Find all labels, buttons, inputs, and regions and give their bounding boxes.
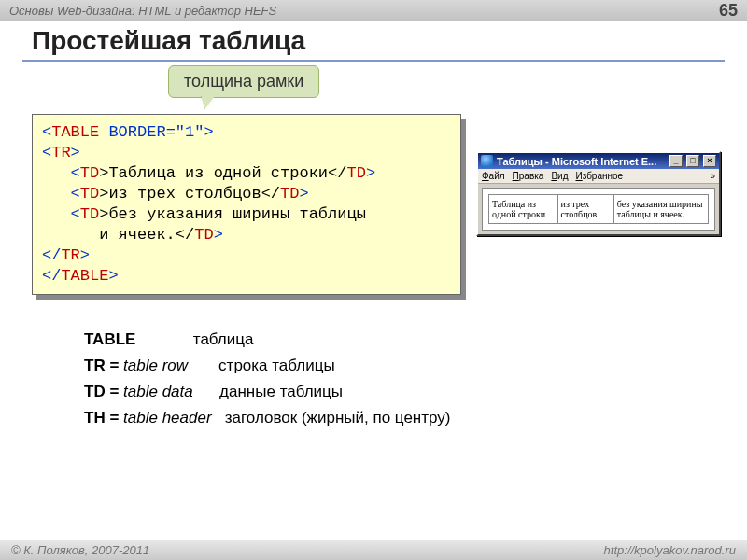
close-button[interactable]: × (703, 155, 716, 167)
menu-edit[interactable]: Правка (513, 171, 544, 181)
page-title: Простейшая таблица (0, 21, 747, 58)
code-sample: <TABLE BORDER="1"> <TR> <TD>Таблица из о… (32, 114, 461, 295)
table-cell: без указания ширины таблицы и ячеек. (613, 195, 708, 224)
definitions-list: TABLE таблица TR = table row строка табл… (84, 327, 450, 431)
maximize-button[interactable]: □ (686, 155, 699, 167)
menu-favorites[interactable]: Избранное (575, 171, 623, 181)
browser-preview: Таблицы - Microsoft Internet E... _ □ × … (476, 151, 721, 236)
header-band: Основы Web-дизайна: HTML и редактор HEFS… (0, 0, 747, 21)
browser-titlebar: Таблицы - Microsoft Internet E... _ □ × (478, 153, 719, 169)
browser-menubar: Файл Правка Вид Избранное » (478, 169, 719, 184)
copyright: © К. Поляков, 2007-2011 (11, 543, 149, 557)
browser-title-text: Таблицы - Microsoft Internet E... (497, 156, 666, 167)
menu-file[interactable]: Файл (482, 171, 505, 181)
table-cell: Таблица из одной строки (489, 195, 558, 224)
title-rule (22, 60, 725, 62)
minimize-button[interactable]: _ (669, 155, 683, 167)
breadcrumb: Основы Web-дизайна: HTML и редактор HEFS (9, 4, 276, 18)
ie-icon (481, 155, 493, 167)
page-number: 65 (719, 1, 738, 21)
table-row: Таблица из одной строки из трех столбцов… (489, 195, 709, 224)
callout-border-width: толщина рамки (168, 65, 319, 98)
menu-more-icon[interactable]: » (710, 171, 715, 181)
table-cell: из трех столбцов (557, 195, 613, 224)
footer: © К. Поляков, 2007-2011 http://kpolyakov… (0, 540, 747, 560)
footer-url: http://kpolyakov.narod.ru (604, 543, 736, 557)
browser-body: Таблица из одной строки из трех столбцов… (482, 188, 715, 231)
menu-view[interactable]: Вид (551, 171, 568, 181)
rendered-table: Таблица из одной строки из трех столбцов… (488, 194, 709, 224)
